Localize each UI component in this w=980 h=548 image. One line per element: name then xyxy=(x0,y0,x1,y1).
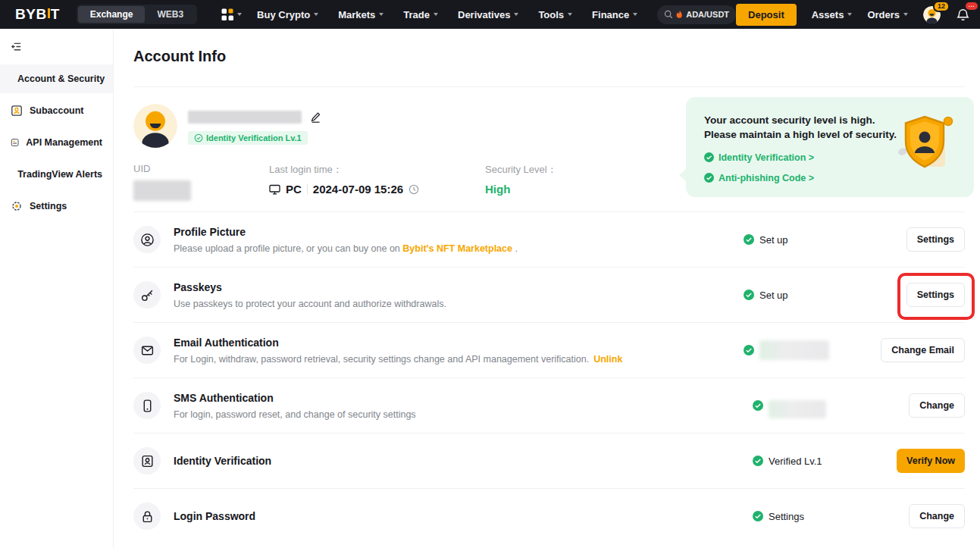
sidebar-item-account-security[interactable]: Account & Security xyxy=(0,64,113,93)
sidebar: Account & Security Subaccount API Manage… xyxy=(0,29,114,548)
apps-grid-menu[interactable] xyxy=(221,8,242,20)
change-password-button[interactable]: Change xyxy=(909,504,965,528)
chevron-down-icon xyxy=(314,13,318,16)
row-email-authentication: Email Authentication For Login, withdraw… xyxy=(133,322,965,377)
avatar[interactable] xyxy=(133,104,177,148)
id-card-icon xyxy=(133,447,161,474)
security-settings-list: Profile Picture Please upload a profile … xyxy=(133,211,965,543)
security-level-column: Security Level： High xyxy=(485,163,557,201)
chevron-down-icon xyxy=(237,13,242,16)
search-icon xyxy=(664,10,673,19)
check-filled-icon xyxy=(744,290,754,300)
sidebar-item-tradingview-alerts[interactable]: TradingView Alerts xyxy=(0,160,113,189)
chevron-down-icon xyxy=(903,13,908,16)
last-login-label: Last login time： xyxy=(269,163,485,177)
chevron-down-icon xyxy=(568,13,572,16)
identity-verification-status: Verified Lv.1 xyxy=(744,456,874,467)
profile-picture-icon xyxy=(133,226,161,253)
passkeys-status: Set up xyxy=(744,290,874,301)
row-login-password: Login Password Settings Change xyxy=(133,488,965,543)
menu-trade[interactable]: Trade xyxy=(403,9,438,20)
menu-assets[interactable]: Assets xyxy=(812,9,853,20)
chevron-down-icon xyxy=(379,13,384,16)
chevron-down-icon xyxy=(434,13,438,16)
notifications-button[interactable]: ... xyxy=(957,8,969,21)
main-menu: Buy Crypto Markets Trade Derivatives Too… xyxy=(257,9,657,20)
passkeys-settings-button[interactable]: Settings xyxy=(906,283,965,307)
bybit-logo[interactable]: BYBT xyxy=(15,6,60,23)
chevron-down-icon xyxy=(514,13,518,16)
sidebar-item-settings[interactable]: Settings xyxy=(0,192,113,221)
main-content: Account Info Identity Verification Lv.1 xyxy=(114,29,980,548)
check-filled-icon xyxy=(744,234,754,245)
row-profile-picture: Profile Picture Please upload a profile … xyxy=(133,211,965,267)
menu-orders[interactable]: Orders xyxy=(867,9,908,20)
logo-orange-bar xyxy=(48,8,50,18)
check-filled-icon xyxy=(744,345,754,355)
subaccount-icon xyxy=(11,105,23,117)
change-email-button[interactable]: Change Email xyxy=(881,338,965,362)
nft-marketplace-link[interactable]: Bybit's NFT Marketplace xyxy=(402,243,512,254)
lock-icon xyxy=(133,503,161,530)
uid-redacted xyxy=(133,180,191,201)
divider xyxy=(307,184,308,195)
verify-now-button[interactable]: Verify Now xyxy=(897,449,965,473)
security-shield-illustration xyxy=(894,114,956,179)
phone-number-redacted xyxy=(769,400,826,418)
username-redacted xyxy=(188,111,302,124)
menu-buy-crypto[interactable]: Buy Crypto xyxy=(257,9,318,20)
check-filled-icon xyxy=(704,152,714,162)
check-filled-icon xyxy=(704,173,714,183)
menu-finance[interactable]: Finance xyxy=(592,9,637,20)
menu-tools[interactable]: Tools xyxy=(538,9,572,20)
change-sms-button[interactable]: Change xyxy=(909,393,965,418)
flame-icon xyxy=(676,11,683,19)
last-login-time: 2024-07-09 15:26 xyxy=(313,183,403,196)
chevron-down-icon xyxy=(633,13,637,16)
login-device: PC xyxy=(286,183,302,196)
sidebar-item-api-management[interactable]: API Management xyxy=(0,128,113,157)
collapse-sidebar-icon xyxy=(11,41,22,52)
check-filled-icon xyxy=(753,400,763,411)
search-value: ADA/USDT xyxy=(686,10,729,19)
top-navbar: BYBT Exchange WEB3 Buy Crypto Markets Tr… xyxy=(0,0,980,29)
email-icon xyxy=(133,337,161,364)
menu-derivatives[interactable]: Derivatives xyxy=(458,9,518,20)
chevron-down-icon xyxy=(847,13,852,16)
deposit-button[interactable]: Deposit xyxy=(736,4,797,26)
row-passkeys: Passkeys Use passkeys to protect your ac… xyxy=(133,267,965,322)
login-password-status: Settings xyxy=(744,511,874,522)
api-management-icon xyxy=(11,136,19,149)
row-sms-authentication: SMS Authentication For login, password r… xyxy=(133,377,965,433)
check-filled-icon xyxy=(753,511,763,521)
security-level-value: High xyxy=(485,183,557,196)
bell-icon xyxy=(957,8,969,21)
grid-icon xyxy=(221,8,233,20)
tab-web3[interactable]: WEB3 xyxy=(145,6,196,23)
logo-text-2: T xyxy=(51,6,60,23)
profile-picture-settings-button[interactable]: Settings xyxy=(906,227,965,252)
edit-nickname-icon[interactable] xyxy=(309,111,322,124)
profile-count-badge: 12 xyxy=(933,1,950,13)
sidebar-collapse-button[interactable] xyxy=(0,29,113,64)
profile-name-column: Identity Verification Lv.1 xyxy=(188,104,322,148)
pc-monitor-icon xyxy=(269,184,280,195)
phone-icon xyxy=(133,392,161,419)
tab-exchange[interactable]: Exchange xyxy=(78,6,146,23)
notification-count-badge: ... xyxy=(966,2,978,10)
profile-picture-status: Set up xyxy=(744,234,874,246)
security-level-panel: Your account security level is high. Ple… xyxy=(686,97,974,197)
clock-history-icon[interactable] xyxy=(409,184,419,195)
check-outline-icon xyxy=(194,133,203,142)
unlink-email-link[interactable]: Unlink xyxy=(593,354,622,365)
profile-avatar-button[interactable]: 12 xyxy=(923,6,941,23)
search-input[interactable]: ADA/USDT xyxy=(657,5,736,24)
check-filled-icon xyxy=(753,456,763,466)
navbar-icon-cluster: 12 ... xyxy=(923,6,980,23)
last-login-column: Last login time： PC 2024-07-09 15:26 xyxy=(269,163,485,201)
gear-icon xyxy=(11,200,23,212)
menu-markets[interactable]: Markets xyxy=(338,9,384,20)
uid-column: UID xyxy=(133,163,269,201)
row-identity-verification: Identity Verification Verified Lv.1 Veri… xyxy=(133,433,965,488)
sidebar-item-subaccount[interactable]: Subaccount xyxy=(0,96,113,125)
